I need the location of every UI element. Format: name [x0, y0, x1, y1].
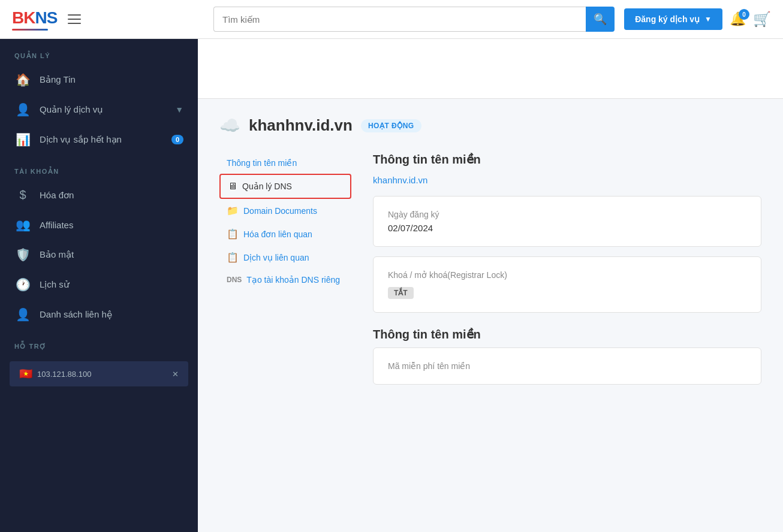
nav-label: Hóa đơn liên quan	[243, 229, 312, 239]
search-input[interactable]	[213, 7, 586, 32]
ip-bar: 🇻🇳 103.121.88.100 ✕	[10, 361, 188, 386]
sidebar-item-label: Bảng Tin	[40, 74, 183, 85]
dns-icon: DNS	[227, 276, 242, 284]
top-banner	[198, 39, 783, 99]
hamburger-line	[68, 23, 81, 24]
nav-item-domain-documents[interactable]: 📁 Domain Documents	[219, 199, 351, 222]
clock-icon: 🕐	[14, 277, 31, 292]
logo-area: BKNS	[12, 8, 204, 31]
nav-label: Domain Documents	[243, 206, 317, 216]
domain-link[interactable]: khanhnv.id.vn	[373, 175, 761, 185]
sidebar-item-danh-sach-lien-he[interactable]: 👤 Danh sách liên hệ	[0, 300, 198, 330]
dollar-icon: $	[14, 188, 31, 202]
register-service-button[interactable]: Đăng ký dịch vụ ▼	[624, 8, 722, 30]
sidebar-item-affiliates[interactable]: 👥 Affiliates	[0, 210, 198, 240]
sidebar-item-lich-su[interactable]: 🕐 Lịch sử	[0, 270, 198, 300]
search-area: 🔍	[213, 7, 615, 32]
home-icon: 🏠	[14, 72, 31, 87]
right-info: Thông tin tên miền khanhnv.id.vn Ngày đă…	[373, 152, 761, 394]
status-badge: HOẠT ĐỘNG	[361, 119, 421, 132]
nav-item-quan-ly-dns[interactable]: 🖥 Quản lý DNS	[219, 174, 351, 199]
logo-bk: BK	[12, 8, 35, 28]
lock-label: Khoá / mở khoá(Registrar Lock)	[388, 270, 746, 280]
search-icon: 🔍	[594, 13, 607, 26]
sidebar-item-label: Dịch vụ sắp hết hạn	[40, 134, 163, 145]
hamburger-button[interactable]	[64, 11, 85, 28]
nav-item-hoa-don-lien-quan[interactable]: 📋 Hóa đơn liên quan	[219, 222, 351, 246]
sidebar-section-ho-tro: HỖ TRỢ	[0, 330, 198, 355]
logo-ns: NS	[35, 8, 57, 28]
logo-text: BKNS	[12, 8, 57, 28]
service-icon: 📋	[227, 252, 239, 263]
content-columns: Thông tin tên miền 🖥 Quản lý DNS 📁 Domai…	[219, 152, 761, 394]
cart-icon: 🛒	[753, 11, 771, 27]
flag-icon: 🇻🇳	[19, 367, 32, 380]
sidebar-item-bao-mat[interactable]: 🛡️ Bảo mật	[0, 240, 198, 270]
nav-item-dich-vu-lien-quan[interactable]: 📋 Dịch vụ liên quan	[219, 246, 351, 269]
monitor-icon: 🖥	[228, 181, 237, 192]
expiring-badge: 0	[171, 135, 183, 144]
nav-label: Quản lý DNS	[242, 182, 292, 191]
lock-status: TẮT	[388, 287, 414, 299]
promo-label: Mã miễn phí tên miền	[388, 361, 746, 371]
close-icon[interactable]: ✕	[172, 370, 179, 379]
domain-header: ☁️ khanhnv.id.vn HOẠT ĐỘNG	[219, 116, 761, 135]
chevron-down-icon: ▼	[175, 105, 183, 114]
folder-icon: 📁	[227, 205, 239, 216]
sidebar-item-hoa-don[interactable]: $ Hóa đơn	[0, 180, 198, 210]
nav-item-thong-tin[interactable]: Thông tin tên miền	[219, 152, 351, 174]
left-nav: Thông tin tên miền 🖥 Quản lý DNS 📁 Domai…	[219, 152, 351, 394]
chart-icon: 📊	[14, 132, 31, 147]
sidebar-item-dich-vu-sap-het-han[interactable]: 📊 Dịch vụ sắp hết hạn 0	[0, 125, 198, 155]
sidebar-item-label: Danh sách liên hệ	[40, 309, 183, 320]
content-area: ☁️ khanhnv.id.vn HOẠT ĐỘNG Thông tin tên…	[198, 99, 783, 411]
hamburger-line	[68, 14, 81, 16]
logo: BKNS	[12, 8, 57, 31]
section-title-1: Thông tin tên miền	[373, 152, 761, 167]
sidebar-item-quan-ly-dich-vu[interactable]: 👤 Quản lý dịch vụ ▼	[0, 95, 198, 125]
lock-card: Khoá / mở khoá(Registrar Lock) TẮT	[373, 256, 761, 313]
sidebar-item-label: Bảo mật	[40, 249, 183, 260]
register-label: Đăng ký dịch vụ	[635, 14, 700, 24]
nav-label: Thông tin tên miền	[227, 158, 297, 168]
main-content: ☁️ khanhnv.id.vn HOẠT ĐỘNG Thông tin tên…	[198, 39, 783, 532]
sidebar-item-label: Lịch sử	[40, 279, 183, 290]
sidebar-section-quan-ly: QUẢN LÝ	[0, 39, 198, 65]
notification-badge: 0	[739, 9, 749, 20]
search-button[interactable]: 🔍	[586, 7, 615, 32]
contact-icon: 👤	[14, 307, 31, 322]
hamburger-line	[68, 19, 81, 20]
sidebar-section-tai-khoan: TÀI KHOẢN	[0, 155, 198, 180]
logo-underline	[12, 29, 48, 31]
reg-date-label: Ngày đăng ký	[388, 210, 746, 219]
section-title-2: Thông tin tên miền	[373, 327, 761, 341]
sidebar: QUẢN LÝ 🏠 Bảng Tin 👤 Quản lý dịch vụ ▼ 📊…	[0, 39, 198, 532]
header-actions: Đăng ký dịch vụ ▼ 🔔 0 🛒	[624, 8, 771, 30]
cloud-icon: ☁️	[219, 116, 240, 135]
header: BKNS 🔍 Đăng ký dịch vụ ▼ 🔔 0 🛒	[0, 0, 783, 39]
notification-button[interactable]: 🔔 0	[730, 11, 746, 27]
shield-icon: 🛡️	[14, 247, 31, 262]
ip-address: 103.121.88.100	[37, 370, 91, 379]
invoice-icon: 📋	[227, 228, 239, 240]
person-icon: 👤	[14, 102, 31, 117]
sidebar-item-label: Affiliates	[40, 220, 183, 230]
main-layout: QUẢN LÝ 🏠 Bảng Tin 👤 Quản lý dịch vụ ▼ 📊…	[0, 39, 783, 532]
nav-label: Tạo tài khoản DNS riêng	[246, 275, 340, 285]
sidebar-item-label: Hóa đơn	[40, 190, 183, 201]
sidebar-item-label: Quản lý dịch vụ	[40, 104, 167, 115]
nav-label: Dịch vụ liên quan	[243, 253, 309, 262]
reg-date-value: 02/07/2024	[388, 223, 746, 233]
promo-card: Mã miễn phí tên miền	[373, 347, 761, 385]
domain-name: khanhnv.id.vn	[249, 116, 353, 135]
sidebar-item-bang-tin[interactable]: 🏠 Bảng Tin	[0, 65, 198, 95]
users-icon: 👥	[14, 217, 31, 232]
cart-button[interactable]: 🛒	[753, 11, 771, 28]
chevron-down-icon: ▼	[704, 15, 712, 23]
reg-date-card: Ngày đăng ký 02/07/2024	[373, 196, 761, 247]
nav-item-tao-tai-khoan-dns[interactable]: DNS Tạo tài khoản DNS riêng	[219, 269, 351, 291]
